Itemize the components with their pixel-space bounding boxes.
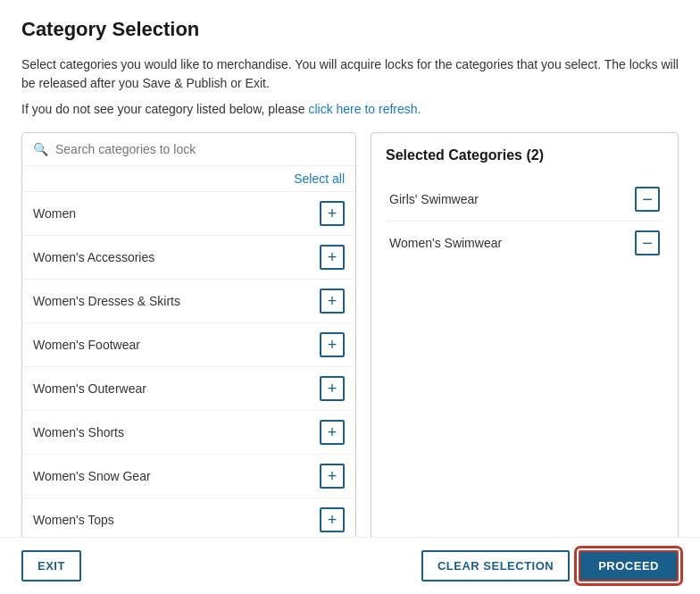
search-container: 🔍 [22,133,355,166]
category-name: Women's Tops [33,513,114,527]
selected-category-name: Women's Swimwear [389,236,502,250]
exit-button[interactable]: EXIT [21,550,81,581]
selected-item: Girls' Swimwear − [386,178,663,222]
select-all-button[interactable]: Select all [294,172,345,186]
main-content: 🔍 Select all Women + Women's Accessories… [21,132,679,542]
add-category-button[interactable]: + [320,245,345,270]
add-category-button[interactable]: + [320,507,345,532]
category-name: Women's Shorts [33,425,124,439]
proceed-button[interactable]: PROCEED [579,550,679,581]
page-title: Category Selection [21,18,679,41]
list-item: Women's Outerwear + [22,367,355,411]
remove-category-button[interactable]: − [635,230,660,255]
category-name: Women's Footwear [33,338,140,352]
description-text: Select categories you would like to merc… [21,55,679,93]
category-name: Women's Accessories [33,250,154,264]
list-item: Women + [22,192,355,236]
add-category-button[interactable]: + [320,201,345,226]
left-panel: 🔍 Select all Women + Women's Accessories… [21,132,356,542]
category-list-wrapper: Women + Women's Accessories + Women's Dr… [22,192,355,541]
add-category-button[interactable]: + [320,420,345,445]
add-category-button[interactable]: + [320,332,345,357]
selected-item: Women's Swimwear − [386,222,663,264]
remove-category-button[interactable]: − [635,187,660,212]
search-input[interactable] [55,142,345,156]
footer-right: CLEAR SELECTION PROCEED [421,550,679,581]
category-list: Women + Women's Accessories + Women's Dr… [22,192,355,541]
list-item: Women's Snow Gear + [22,455,355,498]
clear-selection-button[interactable]: CLEAR SELECTION [421,550,570,581]
select-all-row: Select all [22,166,355,192]
add-category-button[interactable]: + [320,376,345,401]
selected-list: Girls' Swimwear − Women's Swimwear − [386,178,663,264]
add-category-button[interactable]: + [320,464,345,489]
list-item: Women's Shorts + [22,411,355,455]
category-name: Women's Snow Gear [33,469,151,483]
search-icon: 🔍 [33,142,48,156]
selected-category-name: Girls' Swimwear [389,192,479,206]
add-category-button[interactable]: + [320,289,345,314]
list-item: Women's Dresses & Skirts + [22,280,355,323]
category-name: Women's Dresses & Skirts [33,294,180,308]
list-item: Women's Footwear + [22,323,355,367]
right-panel: Selected Categories (2) Girls' Swimwear … [371,132,679,542]
list-item: Women's Tops + [22,498,355,541]
list-item: Women's Accessories + [22,236,355,280]
category-name: Women [33,206,76,221]
category-name: Women's Outerwear [33,381,146,396]
footer: EXIT CLEAR SELECTION PROCEED [0,537,700,594]
refresh-link[interactable]: click here to refresh. [308,102,421,116]
selected-header: Selected Categories (2) [386,147,663,163]
refresh-note: If you do not see your category listed b… [21,102,679,116]
